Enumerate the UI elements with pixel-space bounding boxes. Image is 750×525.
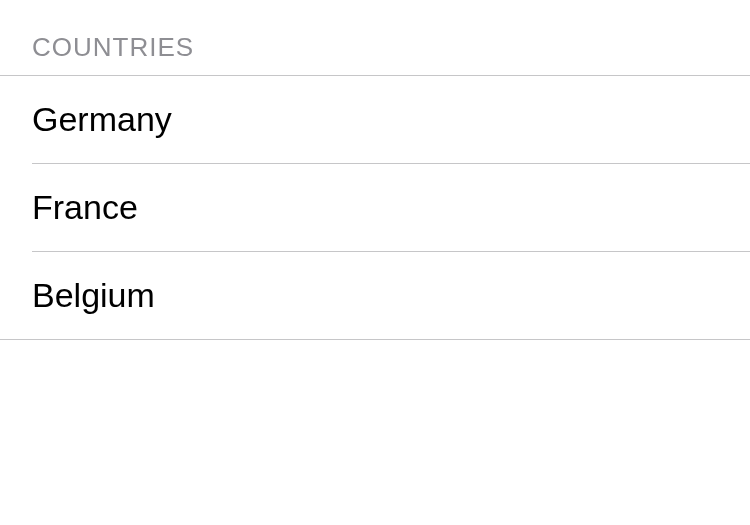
list-item-france[interactable]: France <box>32 164 750 252</box>
section-header-countries: Countries <box>0 0 750 75</box>
list-item-belgium[interactable]: Belgium <box>32 252 750 339</box>
countries-list: Germany France Belgium <box>0 75 750 340</box>
list-item-germany[interactable]: Germany <box>32 76 750 164</box>
